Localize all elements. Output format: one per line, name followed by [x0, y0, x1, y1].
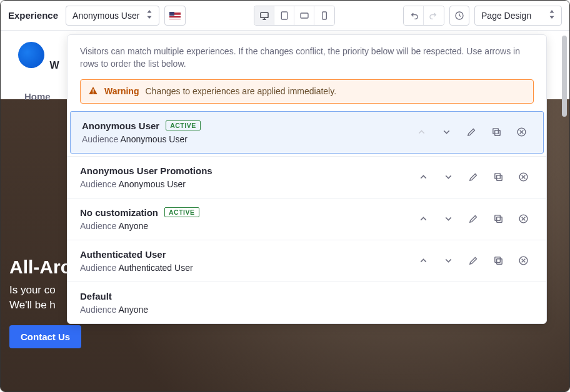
contact-us-button[interactable]: Contact Us: [9, 325, 81, 348]
sort-icon: [549, 10, 555, 21]
active-badge: ACTIVE: [164, 207, 199, 217]
duplicate-button[interactable]: [488, 208, 509, 230]
experience-info: DefaultAudience Anyone: [80, 291, 534, 315]
editor-toolbar: Experience Anonymous User: [1, 1, 569, 31]
warning-icon: [88, 86, 98, 97]
duplicate-button[interactable]: [486, 122, 507, 143]
experience-info: Anonymous User PromotionsAudience Anonym…: [80, 165, 408, 189]
experience-row[interactable]: Anonymous User PromotionsAudience Anonym…: [68, 156, 546, 198]
experience-name: Default: [80, 291, 112, 301]
row-actions: [411, 122, 532, 143]
svg-rect-14: [494, 215, 500, 221]
svg-rect-17: [494, 257, 500, 263]
row-actions: [412, 167, 534, 188]
page-mode-value: Page Design: [481, 11, 531, 21]
experience-dropdown[interactable]: Anonymous User: [66, 6, 159, 26]
duplicate-button[interactable]: [488, 167, 509, 188]
delete-button[interactable]: [512, 167, 534, 188]
viewport-mobile[interactable]: [314, 6, 334, 25]
row-actions: [412, 208, 534, 230]
experience-name: Authenticated User: [80, 249, 166, 260]
move-down-button[interactable]: [438, 208, 459, 230]
experience-panel: Visitors can match multiple experiences.…: [67, 34, 547, 324]
experience-row[interactable]: Authenticated UserAudience Authenticated…: [68, 240, 546, 282]
experience-list: Anonymous UserACTIVEAudience Anonymous U…: [68, 111, 546, 323]
experience-dropdown-value: Anonymous User: [72, 11, 139, 21]
svg-rect-8: [492, 129, 498, 134]
page-mode-dropdown[interactable]: Page Design: [474, 6, 562, 26]
svg-rect-5: [92, 89, 93, 92]
row-actions: [412, 250, 534, 272]
experience-name: Anonymous User Promotions: [80, 165, 212, 176]
svg-rect-0: [261, 12, 268, 17]
experience-row[interactable]: Anonymous UserACTIVEAudience Anonymous U…: [70, 111, 544, 154]
svg-rect-13: [496, 217, 502, 223]
experience-audience: Audience Anyone: [80, 305, 534, 315]
move-down-button[interactable]: [438, 250, 459, 272]
panel-help-text: Visitors can match multiple experiences.…: [68, 35, 546, 79]
viewport-selector: [254, 6, 335, 26]
delete-button[interactable]: [511, 122, 532, 143]
undo-button[interactable]: [404, 6, 424, 25]
svg-rect-1: [281, 12, 287, 19]
experience-audience: Audience Authenticated User: [80, 263, 408, 273]
svg-rect-11: [494, 174, 500, 179]
move-down-button[interactable]: [436, 122, 457, 143]
edit-button[interactable]: [462, 167, 484, 188]
flag-us-icon: [169, 12, 181, 19]
site-logo-text: W: [49, 60, 59, 71]
warning-alert: Warning Changes to experiences are appli…: [80, 79, 534, 104]
move-up-button[interactable]: [412, 250, 434, 272]
delete-button[interactable]: [512, 208, 534, 230]
experience-info: Authenticated UserAudience Authenticated…: [80, 249, 408, 273]
history-button[interactable]: [449, 6, 469, 26]
experience-info: No customizationACTIVEAudience Anyone: [80, 207, 408, 231]
svg-rect-6: [92, 92, 93, 93]
delete-button[interactable]: [512, 250, 534, 272]
experience-audience: Audience Anonymous User: [82, 134, 406, 144]
experience-row[interactable]: DefaultAudience Anyone: [68, 282, 546, 323]
undo-redo-group: [403, 6, 444, 26]
duplicate-button[interactable]: [488, 250, 509, 272]
svg-rect-2: [301, 13, 308, 18]
sort-icon: [146, 10, 152, 21]
svg-rect-7: [494, 130, 500, 136]
experience-audience: Audience Anyone: [80, 221, 408, 231]
scrollbar[interactable]: [562, 36, 567, 117]
edit-button[interactable]: [461, 122, 482, 143]
svg-rect-3: [322, 12, 327, 19]
edit-button[interactable]: [462, 250, 484, 272]
move-up-button: [411, 122, 432, 143]
svg-rect-10: [496, 175, 502, 181]
redo-button[interactable]: [424, 6, 444, 25]
experience-audience: Audience Anonymous User: [80, 179, 408, 189]
site-logo-icon: [18, 42, 44, 68]
move-down-button[interactable]: [438, 167, 459, 188]
move-up-button[interactable]: [412, 167, 434, 188]
site-nav-home[interactable]: Home: [24, 91, 51, 102]
experience-row[interactable]: No customizationACTIVEAudience Anyone: [68, 198, 546, 240]
locale-selector[interactable]: [164, 6, 186, 26]
viewport-tablet[interactable]: [274, 6, 294, 25]
edit-button[interactable]: [462, 208, 484, 230]
move-up-button[interactable]: [412, 208, 434, 230]
warning-title: Warning: [104, 86, 139, 96]
active-badge: ACTIVE: [166, 120, 201, 130]
experience-name: No customization: [80, 207, 158, 218]
svg-rect-16: [496, 259, 502, 265]
viewport-landscape[interactable]: [294, 6, 314, 25]
experience-name: Anonymous User: [82, 120, 159, 131]
experience-label: Experience: [8, 10, 58, 21]
viewport-desktop[interactable]: [254, 6, 274, 25]
warning-message: Changes to experiences are applied immed…: [145, 86, 336, 96]
experience-info: Anonymous UserACTIVEAudience Anonymous U…: [82, 120, 406, 144]
